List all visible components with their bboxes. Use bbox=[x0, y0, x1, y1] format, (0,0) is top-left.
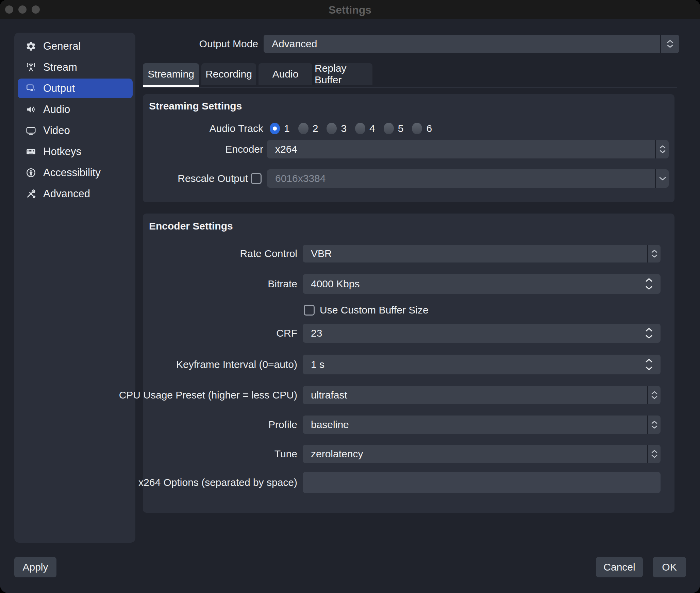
chevron-down-icon bbox=[651, 425, 658, 429]
monitor-icon bbox=[26, 125, 36, 136]
tabbar-divider bbox=[143, 87, 677, 88]
audio-track-radio-4[interactable] bbox=[355, 123, 365, 134]
sidebar-item-accessibility[interactable]: Accessibility bbox=[18, 163, 133, 183]
sidebar-item-label: Stream bbox=[43, 61, 77, 73]
x264-options-label: x264 Options (separated by space) bbox=[143, 472, 297, 493]
cancel-button[interactable]: Cancel bbox=[596, 557, 643, 577]
sidebar-item-label: Video bbox=[43, 124, 70, 137]
sidebar-item-output[interactable]: Output bbox=[18, 79, 133, 98]
bitrate-value: 4000 Kbps bbox=[311, 274, 360, 294]
tab-replay-buffer[interactable]: Replay Buffer bbox=[315, 63, 372, 85]
use-custom-buffer-size-label: Use Custom Buffer Size bbox=[320, 305, 429, 316]
encoder-settings-heading: Encoder Settings bbox=[149, 220, 233, 232]
rescale-output-label: Rescale Output bbox=[143, 169, 248, 188]
settings-window: Settings General Stream Output Audio bbox=[0, 0, 700, 593]
audio-track-radio-group: 1 2 3 4 5 6 bbox=[270, 123, 432, 134]
crf-spinbox[interactable]: 23 bbox=[303, 324, 661, 343]
rescale-resolution-select[interactable]: 6016x3384 bbox=[267, 169, 669, 188]
chevron-down-icon bbox=[651, 396, 658, 400]
sidebar-item-label: Accessibility bbox=[43, 167, 101, 179]
sidebar-item-label: Audio bbox=[43, 103, 70, 116]
keyframe-interval-label: Keyframe Interval (0=auto) bbox=[143, 355, 297, 374]
chevron-down-icon bbox=[651, 455, 658, 458]
profile-select[interactable]: baseline bbox=[303, 416, 661, 434]
rescale-output-checkbox[interactable] bbox=[251, 173, 262, 184]
sidebar-item-hotkeys[interactable]: Hotkeys bbox=[18, 142, 133, 162]
tab-audio[interactable]: Audio bbox=[259, 63, 312, 85]
audio-track-radio-3[interactable] bbox=[327, 123, 337, 134]
apply-button[interactable]: Apply bbox=[14, 557, 56, 577]
gear-icon bbox=[26, 41, 36, 52]
use-custom-buffer-size-checkbox[interactable] bbox=[304, 305, 315, 316]
tune-stepper[interactable] bbox=[647, 445, 661, 463]
streaming-settings-panel: Streaming Settings Audio Track 1 2 3 4 5… bbox=[143, 94, 674, 202]
encoder-select[interactable]: x264 bbox=[267, 140, 669, 158]
sidebar-item-video[interactable]: Video bbox=[18, 121, 133, 140]
cpu-usage-preset-stepper[interactable] bbox=[647, 386, 661, 404]
encoder-value: x264 bbox=[267, 140, 655, 158]
rescale-resolution-stepper[interactable] bbox=[655, 169, 669, 188]
sidebar: General Stream Output Audio Video bbox=[14, 33, 135, 543]
rate-control-value: VBR bbox=[303, 245, 647, 262]
audio-track-label: Audio Track bbox=[143, 123, 263, 134]
output-mode-stepper[interactable] bbox=[660, 35, 679, 53]
window-title: Settings bbox=[0, 0, 700, 19]
sidebar-item-stream[interactable]: Stream bbox=[18, 57, 133, 77]
profile-stepper[interactable] bbox=[647, 416, 661, 434]
chevron-up-icon bbox=[651, 450, 658, 453]
spin-down-icon[interactable] bbox=[645, 335, 653, 339]
rate-control-label: Rate Control bbox=[143, 245, 297, 262]
spin-up-icon[interactable] bbox=[645, 358, 653, 363]
tune-label: Tune bbox=[143, 445, 297, 463]
chevron-down-icon bbox=[659, 176, 667, 181]
ok-button[interactable]: OK bbox=[653, 557, 686, 577]
tune-select[interactable]: zerolatency bbox=[303, 445, 661, 463]
encoder-stepper[interactable] bbox=[655, 140, 669, 158]
output-icon bbox=[26, 83, 36, 94]
streaming-settings-heading: Streaming Settings bbox=[149, 100, 242, 112]
titlebar: Settings bbox=[0, 0, 700, 19]
sidebar-item-audio[interactable]: Audio bbox=[18, 100, 133, 119]
tab-streaming[interactable]: Streaming bbox=[143, 63, 199, 85]
keyboard-icon bbox=[26, 146, 36, 157]
cpu-usage-preset-select[interactable]: ultrafast bbox=[303, 386, 661, 404]
x264-options-input[interactable] bbox=[303, 472, 661, 493]
spin-up-icon[interactable] bbox=[645, 278, 653, 282]
chevron-up-icon bbox=[651, 249, 658, 253]
keyframe-interval-spinbox[interactable]: 1 s bbox=[303, 355, 661, 374]
tab-recording[interactable]: Recording bbox=[201, 63, 256, 85]
sidebar-item-label: Output bbox=[43, 82, 75, 95]
chevron-up-icon bbox=[659, 145, 666, 149]
encoder-settings-panel: Encoder Settings Rate Control VBR Bitrat… bbox=[143, 214, 674, 513]
rescale-resolution-value: 6016x3384 bbox=[267, 169, 655, 188]
cpu-usage-preset-label: CPU Usage Preset (higher = less CPU) bbox=[143, 386, 297, 404]
rate-control-stepper[interactable] bbox=[647, 245, 661, 262]
chevron-down-icon bbox=[667, 45, 673, 48]
sidebar-item-general[interactable]: General bbox=[18, 36, 133, 56]
output-mode-label: Output Mode bbox=[143, 35, 258, 53]
cpu-usage-preset-value: ultrafast bbox=[303, 386, 647, 404]
spin-up-icon[interactable] bbox=[645, 327, 653, 332]
chevron-up-icon bbox=[651, 391, 658, 394]
keyframe-interval-value: 1 s bbox=[311, 355, 324, 374]
sidebar-item-label: Advanced bbox=[43, 188, 90, 200]
broadcast-icon bbox=[26, 62, 36, 73]
spin-down-icon[interactable] bbox=[645, 286, 653, 290]
tools-icon bbox=[26, 188, 36, 199]
output-mode-select[interactable]: Advanced bbox=[264, 35, 679, 53]
audio-track-radio-1[interactable] bbox=[270, 123, 280, 134]
audio-track-radio-6[interactable] bbox=[412, 123, 422, 134]
tune-value: zerolatency bbox=[303, 445, 647, 463]
profile-label: Profile bbox=[143, 416, 297, 434]
speaker-icon bbox=[26, 104, 36, 115]
sidebar-item-advanced[interactable]: Advanced bbox=[18, 184, 133, 204]
crf-label: CRF bbox=[143, 324, 297, 343]
spin-down-icon[interactable] bbox=[645, 366, 653, 371]
profile-value: baseline bbox=[303, 416, 647, 434]
bitrate-spinbox[interactable]: 4000 Kbps bbox=[303, 274, 661, 294]
audio-track-radio-5[interactable] bbox=[384, 123, 394, 134]
rate-control-select[interactable]: VBR bbox=[303, 245, 661, 262]
chevron-up-icon bbox=[667, 39, 673, 43]
bitrate-label: Bitrate bbox=[143, 274, 297, 294]
audio-track-radio-2[interactable] bbox=[298, 123, 309, 134]
